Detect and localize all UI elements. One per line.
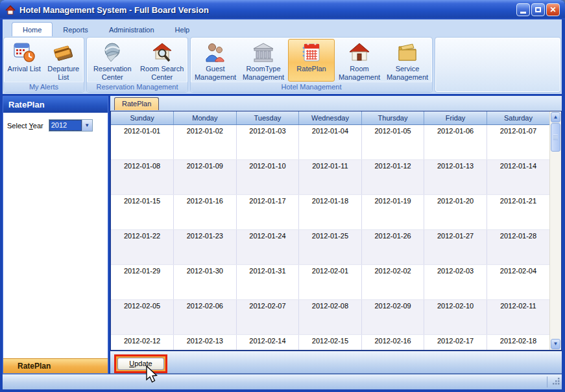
calendar-cell[interactable]: 2012-01-30 — [174, 265, 237, 300]
calendar-cell[interactable]: 2012-01-23 — [174, 230, 237, 265]
close-icon: ✕ — [549, 6, 556, 14]
maximize-icon — [535, 7, 541, 12]
vertical-scrollbar[interactable]: ▲ ▼ — [549, 111, 561, 350]
tab-reports[interactable]: Reports — [53, 23, 99, 36]
ribbon-group-my-alerts: Arrival List Departure List My Alerts — [3, 37, 84, 93]
calendar-cell[interactable]: 2012-01-12 — [361, 160, 424, 195]
calendar-cell[interactable]: 2012-02-03 — [424, 265, 487, 300]
calendar-cell[interactable]: 2012-02-17 — [424, 335, 487, 351]
calendar-cell[interactable]: 2012-01-20 — [424, 195, 487, 230]
scroll-up-icon[interactable]: ▲ — [551, 112, 560, 122]
scrollbar-track[interactable] — [550, 152, 561, 338]
people-icon — [204, 41, 227, 63]
bank-icon — [252, 41, 275, 63]
arrival-list-button[interactable]: Arrival List — [5, 39, 43, 82]
title-bar: Hotel Management System - Full Board Ver… — [0, 0, 565, 19]
calendar-cell[interactable]: 2012-02-14 — [236, 335, 299, 351]
calendar-cell[interactable]: 2012-01-28 — [487, 230, 549, 265]
sidebar-title: RatePlan — [3, 97, 108, 113]
calendar-cell[interactable]: 2012-01-13 — [424, 160, 487, 195]
calendar-cell[interactable]: 2012-01-22 — [111, 230, 174, 265]
year-dropdown[interactable]: 2012 ▼ — [49, 119, 93, 132]
app-window: Hotel Management System - Full Board Ver… — [0, 0, 565, 392]
calendar-cell[interactable]: 2012-01-11 — [299, 160, 362, 195]
calendar-cell[interactable]: 2012-02-05 — [111, 300, 174, 335]
reservation-center-label: Reservation Center — [89, 65, 136, 81]
calendar-cell[interactable]: 2012-02-15 — [299, 335, 362, 351]
calendar-cell[interactable]: 2012-01-29 — [111, 265, 174, 300]
tab-home[interactable]: Home — [12, 22, 53, 36]
chevron-down-icon[interactable]: ▼ — [82, 120, 92, 131]
close-button[interactable]: ✕ — [546, 3, 560, 16]
calendar-cell[interactable]: 2012-01-05 — [361, 125, 424, 160]
calendar-cell[interactable]: 2012-01-10 — [236, 160, 299, 195]
calendar-cell[interactable]: 2012-01-31 — [236, 265, 299, 300]
calendar-cell[interactable]: 2012-02-09 — [361, 300, 424, 335]
day-header: Thursday — [361, 111, 424, 125]
calendar-cell[interactable]: 2012-01-07 — [487, 125, 549, 160]
calendar-cell[interactable]: 2012-02-18 — [487, 335, 549, 351]
calendar-cell[interactable]: 2012-01-01 — [111, 125, 174, 160]
minimize-button[interactable] — [516, 3, 530, 16]
calendar-cell[interactable]: 2012-01-21 — [487, 195, 549, 230]
rateplan-button[interactable]: RatePlan — [288, 39, 335, 82]
day-header: Tuesday — [236, 111, 299, 125]
tab-administration[interactable]: Administration — [99, 23, 165, 36]
maximize-button[interactable] — [531, 3, 545, 16]
group-caption-my-alerts: My Alerts — [4, 82, 84, 92]
scroll-down-icon[interactable]: ▼ — [551, 339, 560, 349]
calendar-cell[interactable]: 2012-02-16 — [361, 335, 424, 351]
update-toolbar: Update — [110, 351, 562, 374]
calendar-cell[interactable]: 2012-01-08 — [111, 160, 174, 195]
calendar-cell[interactable]: 2012-02-01 — [299, 265, 362, 300]
calendar-cell[interactable]: 2012-02-08 — [299, 300, 362, 335]
room-management-label: Room Management — [337, 65, 382, 81]
reservation-center-button[interactable]: Reservation Center — [88, 39, 137, 82]
calendar-cell[interactable]: 2012-01-26 — [361, 230, 424, 265]
calendar-cell[interactable]: 2012-01-09 — [174, 160, 237, 195]
guest-management-button[interactable]: Guest Management — [192, 39, 239, 82]
scrollbar-thumb[interactable] — [551, 123, 560, 152]
roomtype-management-label: RoomType Management — [241, 65, 286, 81]
calendar-cell[interactable]: 2012-02-12 — [111, 335, 174, 351]
room-search-center-button[interactable]: Room Search Center — [138, 39, 187, 82]
calendar-cell[interactable]: 2012-01-03 — [236, 125, 299, 160]
calendar-cell[interactable]: 2012-01-24 — [236, 230, 299, 265]
calendar-cell[interactable]: 2012-01-19 — [361, 195, 424, 230]
calendar-cell[interactable]: 2012-01-18 — [299, 195, 362, 230]
calendar-cell[interactable]: 2012-01-17 — [236, 195, 299, 230]
calendar-cell[interactable]: 2012-01-02 — [174, 125, 237, 160]
day-header: Sunday — [111, 111, 174, 125]
arrival-list-label: Arrival List — [8, 65, 41, 73]
calendar-cell[interactable]: 2012-01-15 — [111, 195, 174, 230]
house-icon — [348, 41, 371, 63]
document-tab-strip: RatePlan — [110, 96, 562, 111]
calendar-cell[interactable]: 2012-02-04 — [487, 265, 549, 300]
calendar-cell[interactable]: 2012-02-10 — [424, 300, 487, 335]
calendar-cell[interactable]: 2012-02-07 — [236, 300, 299, 335]
calendar-cell[interactable]: 2012-02-11 — [487, 300, 549, 335]
calendar-cell[interactable]: 2012-02-13 — [174, 335, 237, 351]
roomtype-management-button[interactable]: RoomType Management — [240, 39, 287, 82]
calendar-cell[interactable]: 2012-01-16 — [174, 195, 237, 230]
tab-help[interactable]: Help — [165, 23, 200, 36]
calendar-cell[interactable]: 2012-02-02 — [361, 265, 424, 300]
calendar-cell[interactable]: 2012-01-04 — [299, 125, 362, 160]
service-management-label: Service Management — [385, 65, 430, 81]
calendar-cell[interactable]: 2012-01-06 — [424, 125, 487, 160]
room-management-button[interactable]: Room Management — [336, 39, 383, 82]
select-year-label: Select Year — [7, 122, 43, 130]
resize-grip[interactable] — [551, 376, 560, 388]
menu-tab-bar: Home Reports Administration Help — [3, 19, 562, 36]
calendar-cell[interactable]: 2012-01-14 — [487, 160, 549, 195]
calendar-cell[interactable]: 2012-02-06 — [174, 300, 237, 335]
day-header: Monday — [174, 111, 237, 125]
calendar-cell[interactable]: 2012-01-25 — [299, 230, 362, 265]
departure-list-button[interactable]: Departure List — [45, 39, 83, 82]
day-header: Saturday — [487, 111, 549, 125]
sidebar-item-rateplan[interactable]: RatePlan — [3, 358, 108, 373]
status-bar — [3, 374, 562, 389]
service-management-button[interactable]: Service Management — [384, 39, 431, 82]
calendar-cell[interactable]: 2012-01-27 — [424, 230, 487, 265]
tab-rateplan-document[interactable]: RatePlan — [114, 97, 159, 110]
